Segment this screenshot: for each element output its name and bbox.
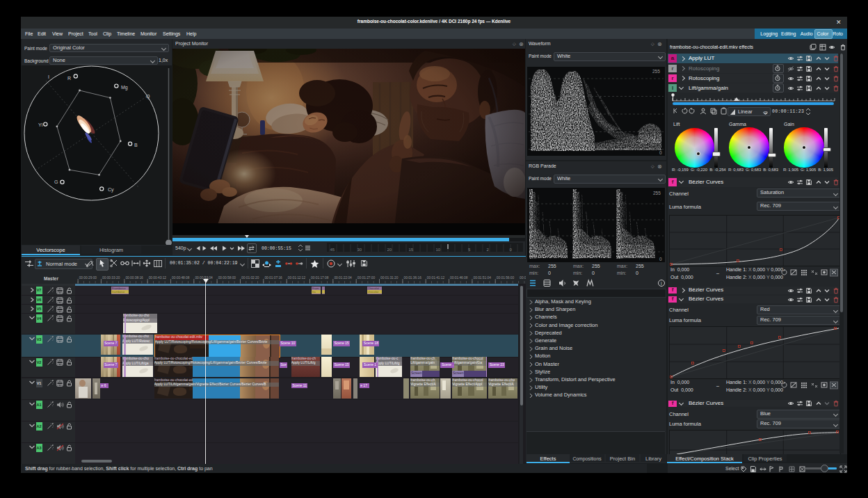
svg-text:00:01:56:00: 00:01:56:00 <box>497 276 515 280</box>
svg-text:00:01:07:16: 00:01:07:16 <box>264 276 282 280</box>
svg-text:00:01:46:08: 00:01:46:08 <box>450 276 468 280</box>
svg-text:00:01:31:20: 00:01:31:20 <box>380 276 399 280</box>
svg-text:00:00:43:12: 00:00:43:12 <box>149 276 167 280</box>
svg-text:Q: Q <box>146 94 150 99</box>
svg-text:Mg: Mg <box>121 85 128 90</box>
svg-text:00:0: 00:0 <box>520 276 526 280</box>
svg-text:10: 10 <box>436 248 441 252</box>
svg-text:00:01:22:04: 00:01:22:04 <box>334 276 352 280</box>
svg-text:00:01:12:12: 00:01:12:12 <box>288 276 306 280</box>
svg-text:00:00:48:08: 00:00:48:08 <box>172 276 190 280</box>
svg-text:15: 15 <box>409 248 414 252</box>
svg-text:45: 45 <box>330 248 335 252</box>
svg-text:00:01:17:08: 00:01:17:08 <box>311 276 329 280</box>
svg-text:00:01:36:16: 00:01:36:16 <box>404 276 422 280</box>
svg-text:00:00:58:00: 00:00:58:00 <box>218 276 236 280</box>
svg-text:2: 2 <box>487 248 490 252</box>
svg-text:5: 5 <box>468 248 471 252</box>
svg-text:00:00:29:00: 00:00:29:00 <box>79 276 97 280</box>
svg-text:00:01:02:20: 00:01:02:20 <box>241 276 259 280</box>
svg-text:Yl: Yl <box>38 122 43 127</box>
svg-text:B: B <box>134 143 138 147</box>
svg-text:Cy: Cy <box>108 187 114 193</box>
svg-text:255: 255 <box>653 191 661 195</box>
svg-text:00:01:27:00: 00:01:27:00 <box>357 276 376 280</box>
svg-text:R: R <box>67 76 71 81</box>
svg-text:0: 0 <box>510 248 513 252</box>
svg-text:00:01:51:04: 00:01:51:04 <box>474 276 492 280</box>
svg-text:20: 20 <box>387 248 392 252</box>
svg-text:0: 0 <box>659 257 662 262</box>
svg-text:00:00:33:20: 00:00:33:20 <box>102 276 120 280</box>
svg-text:i: i <box>661 281 662 286</box>
svg-text:00:01:41:12: 00:01:41:12 <box>427 276 445 280</box>
svg-text:0: 0 <box>659 150 662 155</box>
svg-text:G: G <box>54 179 58 184</box>
svg-text:00:00:38:16: 00:00:38:16 <box>125 276 143 280</box>
svg-text:I: I <box>48 74 49 79</box>
svg-text:255: 255 <box>652 69 660 74</box>
svg-text:30: 30 <box>357 248 362 252</box>
